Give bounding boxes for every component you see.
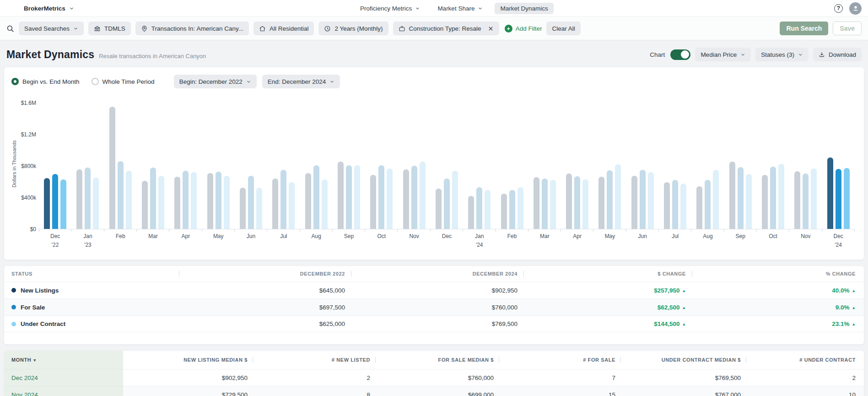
bar-for-sale[interactable] <box>216 172 221 229</box>
table-row-new-listings[interactable]: New Listings $645,000 $902,950 $257,950▲… <box>4 282 864 298</box>
statuses-dropdown[interactable]: Statuses (3) <box>755 48 809 61</box>
bar-under-contract[interactable] <box>60 179 66 229</box>
table-row-nov-2024[interactable]: Nov 2024 $729,500 8 $699,000 15 $767,000… <box>4 386 864 396</box>
help-icon[interactable]: ? <box>834 4 843 13</box>
bar-for-sale[interactable] <box>705 180 711 229</box>
begin-month-dropdown[interactable]: Begin: December 2022 <box>174 75 257 88</box>
bar-under-contract[interactable] <box>93 178 99 229</box>
bar-under-contract[interactable] <box>420 162 426 229</box>
search-icon[interactable] <box>6 25 14 33</box>
bar-under-contract[interactable] <box>485 190 491 229</box>
bar-new-listings[interactable] <box>598 177 604 229</box>
bar-new-listings[interactable] <box>174 177 180 229</box>
saved-searches-dropdown[interactable]: Saved Searches <box>19 22 84 35</box>
bar-under-contract[interactable] <box>191 172 197 229</box>
bar-under-contract[interactable] <box>550 180 556 229</box>
bar-for-sale[interactable] <box>313 165 319 229</box>
bar-new-listings[interactable] <box>468 196 474 229</box>
bar-new-listings[interactable] <box>501 194 507 229</box>
bar-under-contract[interactable] <box>256 188 262 229</box>
radio-begin-vs-end-month[interactable]: Begin vs. End Month <box>11 78 80 85</box>
month-link[interactable]: Nov 2024 <box>4 386 123 396</box>
bar-for-sale[interactable] <box>378 165 384 229</box>
bar-new-listings[interactable] <box>827 157 833 229</box>
bar-new-listings[interactable] <box>762 175 768 229</box>
bar-under-contract[interactable] <box>387 168 393 229</box>
bar-under-contract[interactable] <box>811 168 817 229</box>
column-header-num-under-contract[interactable]: # UNDER CONTRACT <box>741 351 864 369</box>
bar-new-listings[interactable] <box>370 175 376 229</box>
column-header-pct-change[interactable]: % CHANGE <box>686 271 864 277</box>
nav-market-share[interactable]: Market Share <box>432 3 488 14</box>
bar-under-contract[interactable] <box>680 184 686 229</box>
nav-market-dynamics[interactable]: Market Dynamics <box>495 3 553 14</box>
bar-new-listings[interactable] <box>76 169 82 229</box>
nav-proficiency-metrics[interactable]: Proficiency Metrics <box>355 3 426 14</box>
bar-new-listings[interactable] <box>142 181 148 229</box>
bar-under-contract[interactable] <box>126 171 132 229</box>
bar-for-sale[interactable] <box>183 171 189 229</box>
bar-new-listings[interactable] <box>207 173 213 229</box>
bar-for-sale[interactable] <box>248 176 254 229</box>
month-link[interactable]: Dec 2024 <box>4 369 123 386</box>
bar-under-contract[interactable] <box>289 182 295 229</box>
bar-for-sale[interactable] <box>836 169 841 229</box>
column-header-new-listing-median[interactable]: NEW LISTING MEDIAN $ <box>123 351 248 369</box>
bar-under-contract[interactable] <box>713 170 719 229</box>
bar-under-contract[interactable] <box>452 171 458 229</box>
column-header-month[interactable]: MONTH▾ <box>4 351 123 369</box>
column-header-num-for-sale[interactable]: # FOR SALE <box>494 351 615 369</box>
table-row-under-contract[interactable]: Under Contract $625,000 $769,500 $144,50… <box>4 315 864 332</box>
bar-for-sale[interactable] <box>118 161 124 229</box>
bar-for-sale[interactable] <box>150 168 156 229</box>
bar-for-sale[interactable] <box>738 167 744 229</box>
bar-new-listings[interactable] <box>272 179 278 229</box>
bar-under-contract[interactable] <box>224 176 230 229</box>
bar-for-sale[interactable] <box>770 167 776 229</box>
bar-new-listings[interactable] <box>240 188 246 229</box>
end-month-dropdown[interactable]: End: December 2024 <box>262 75 340 88</box>
bar-for-sale[interactable] <box>803 174 809 229</box>
bar-new-listings[interactable] <box>403 169 409 229</box>
remove-filter-icon[interactable] <box>488 26 494 32</box>
column-header-for-sale-median[interactable]: FOR SALE MEDIAN $ <box>370 351 494 369</box>
bar-under-contract[interactable] <box>844 168 850 229</box>
bar-for-sale[interactable] <box>280 170 286 229</box>
bar-new-listings[interactable] <box>109 107 115 229</box>
save-button[interactable]: Save <box>833 22 862 35</box>
table-row-for-sale[interactable]: For Sale $697,500 $760,000 $62,500▲ 9.0%… <box>4 298 864 315</box>
radio-whole-time-period[interactable]: Whole Time Period <box>92 78 155 85</box>
brand-menu[interactable]: BrokerMetrics <box>24 5 74 12</box>
bar-for-sale[interactable] <box>85 168 91 229</box>
clear-all-button[interactable]: Clear All <box>546 22 580 35</box>
bar-for-sale[interactable] <box>607 170 613 229</box>
table-row-dec-2024[interactable]: Dec 2024 $902,950 2 $760,000 7 $769,500 … <box>4 369 864 386</box>
bar-under-contract[interactable] <box>322 179 328 229</box>
bar-for-sale[interactable] <box>52 174 58 229</box>
download-button[interactable]: Download <box>813 48 862 61</box>
bar-for-sale[interactable] <box>542 179 548 229</box>
bar-new-listings[interactable] <box>534 177 539 229</box>
avatar[interactable] <box>849 2 862 15</box>
bar-new-listings[interactable] <box>44 178 50 229</box>
bar-new-listings[interactable] <box>338 162 344 229</box>
bar-for-sale[interactable] <box>574 176 580 229</box>
bar-for-sale[interactable] <box>346 165 352 229</box>
bar-under-contract[interactable] <box>746 174 752 229</box>
bar-new-listings[interactable] <box>696 186 702 229</box>
filter-chip-transactions-in[interactable]: Transactions In: American Cany... <box>135 22 249 35</box>
bar-under-contract[interactable] <box>354 165 360 229</box>
column-header-num-new-listed[interactable]: # NEW LISTED <box>248 351 370 369</box>
run-search-button[interactable]: Run Search <box>780 22 828 35</box>
bar-for-sale[interactable] <box>640 170 646 229</box>
filter-chip-time-period[interactable]: 2 Years (Monthly) <box>318 22 388 35</box>
column-header-december-2024[interactable]: DECEMBER 2024 <box>345 271 518 277</box>
filter-chip-construction-type[interactable]: Construction Type: Resale <box>393 22 499 35</box>
bar-under-contract[interactable] <box>615 164 621 229</box>
bar-new-listings[interactable] <box>729 162 735 229</box>
bar-under-contract[interactable] <box>648 172 654 229</box>
chart-toggle[interactable] <box>670 49 690 60</box>
bar-for-sale[interactable] <box>444 179 450 229</box>
column-header-december-2022[interactable]: DECEMBER 2022 <box>176 271 345 277</box>
bar-under-contract[interactable] <box>582 179 588 229</box>
